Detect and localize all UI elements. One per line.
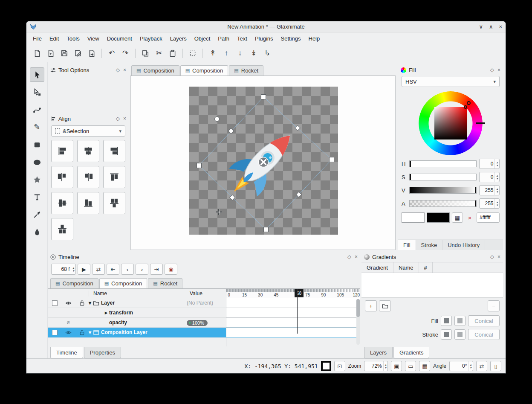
dock-tab-layers[interactable]: Layers [364, 347, 393, 358]
menu-layers[interactable]: Layers [166, 33, 191, 44]
fit-view-button[interactable]: ▣ [391, 361, 402, 371]
menu-text[interactable]: Text [233, 33, 251, 44]
fit-width-button[interactable]: ▭ [405, 361, 416, 371]
keyframe-track[interactable] [226, 298, 360, 308]
timeline-tab-rocket[interactable]: ▤Rocket [148, 278, 182, 288]
spin-up-icon[interactable]: ▴ [496, 187, 498, 190]
new-file-button[interactable] [31, 47, 43, 60]
column-name[interactable]: Name [393, 262, 419, 273]
add-gradient-button[interactable]: + [365, 300, 377, 311]
eye-off-icon[interactable]: ø [61, 320, 75, 326]
keyframe-track[interactable] [226, 308, 360, 318]
secondary-color-swatch[interactable] [427, 212, 450, 223]
menu-tools[interactable]: Tools [63, 33, 83, 44]
opacity-value-chip[interactable]: ●100% [187, 320, 208, 326]
gradient-list[interactable] [361, 273, 503, 298]
tab-undo-history[interactable]: Undo History [442, 240, 485, 250]
lower-to-bottom-button[interactable]: ↡ [247, 47, 260, 60]
close-panel-button[interactable]: × [497, 67, 500, 73]
record-button[interactable]: ◉ [165, 264, 177, 275]
tree-collapse-icon[interactable]: ▸ [105, 310, 107, 316]
export-button[interactable] [85, 47, 98, 60]
timeline-row-composition-layer[interactable]: ▾Composition Layer [48, 328, 226, 337]
align-outside-right-button[interactable] [77, 166, 99, 188]
next-frame-button[interactable]: › [136, 264, 148, 275]
select-frame-button[interactable] [186, 47, 199, 60]
spin-up-icon[interactable]: ▴ [496, 161, 498, 164]
close-panel-button[interactable]: × [123, 116, 126, 122]
spin-down-icon[interactable]: ▾ [496, 203, 498, 206]
angle-spinbox[interactable]: 0°▴▾ [449, 361, 473, 371]
align-outside-bottom-button[interactable] [51, 218, 73, 240]
scale-handle[interactable] [228, 128, 234, 134]
spin-up-icon[interactable]: ▴ [496, 174, 498, 177]
frame-select-button[interactable]: ⊡ [334, 361, 345, 371]
star-tool-button[interactable] [30, 172, 44, 187]
hue-slider[interactable] [409, 160, 477, 167]
menu-plugins[interactable]: Plugins [251, 33, 277, 44]
undo-button[interactable]: ↶ [105, 47, 118, 60]
maximize-button[interactable]: ∧ [489, 23, 493, 30]
current-color-swatch[interactable] [402, 212, 425, 223]
tab-composition-1[interactable]: ▤Composition [131, 65, 179, 76]
keyframe-track-area[interactable]: 0 15 30 45 68 75 90 105 120 [226, 289, 360, 346]
gradient-presets-button[interactable] [379, 300, 391, 311]
column-gradient[interactable]: Gradient [361, 262, 393, 273]
float-panel-button[interactable]: ◇ [490, 67, 494, 73]
spin-up-icon[interactable]: ▴ [470, 363, 471, 366]
selection-handle[interactable] [330, 157, 334, 162]
fill-tool-button[interactable] [30, 225, 44, 239]
close-panel-button[interactable]: × [497, 254, 500, 260]
alpha-spinbox[interactable]: 255▴▾ [479, 198, 500, 209]
spin-up-icon[interactable]: ▴ [496, 201, 498, 203]
save-button[interactable] [58, 47, 71, 60]
remove-gradient-button[interactable]: − [488, 300, 500, 311]
fill-gradient-swatch-2[interactable] [454, 316, 466, 326]
align-center-v-button[interactable] [51, 192, 73, 214]
flip-vertical-button[interactable]: ▯ [490, 361, 501, 371]
fill-gradient-type-button[interactable]: Conical [468, 315, 500, 326]
redo-button[interactable]: ↷ [119, 47, 132, 60]
stroke-gradient-type-button[interactable]: Conical [468, 329, 500, 340]
close-panel-button[interactable]: × [123, 67, 126, 73]
color-wheel[interactable] [419, 91, 483, 155]
menu-view[interactable]: View [84, 33, 103, 44]
tab-fill[interactable]: Fill [398, 240, 416, 250]
text-tool-button[interactable] [30, 190, 44, 204]
spin-up-icon[interactable]: ▴ [72, 266, 74, 269]
saturation-spinbox[interactable]: 0▴▾ [479, 172, 500, 182]
rectangle-tool-button[interactable] [30, 137, 44, 152]
edit-nodes-tool-button[interactable] [30, 85, 44, 99]
play-button[interactable]: ▶ [78, 264, 90, 275]
menu-help[interactable]: Help [305, 33, 324, 44]
tab-rocket[interactable]: ▤Rocket [229, 65, 263, 76]
draw-bezier-tool-button[interactable] [30, 102, 44, 117]
visibility-eye-icon[interactable] [65, 329, 72, 336]
color-space-select[interactable]: HSV ▾ [402, 76, 500, 87]
timeline-tab-composition-1[interactable]: ▤Composition [50, 278, 98, 288]
close-button[interactable]: × [499, 23, 502, 30]
saturation-value-square[interactable] [434, 107, 467, 140]
keyframe-track[interactable] [226, 318, 360, 328]
float-panel-button[interactable]: ◇ [347, 254, 351, 260]
align-right-button[interactable] [103, 140, 125, 162]
composition-canvas[interactable] [189, 87, 338, 235]
palette-button[interactable]: ▦ [452, 212, 463, 223]
first-frame-button[interactable]: ⇤ [107, 264, 119, 275]
timeline-row-layer[interactable]: ▾Layer (No Parent) [48, 298, 226, 308]
hue-marker[interactable] [467, 101, 471, 105]
menu-playback[interactable]: Playback [136, 33, 166, 44]
dock-tab-timeline[interactable]: Timeline [50, 347, 83, 358]
frame-spinbox[interactable]: 68 f▴▾ [51, 264, 76, 275]
ellipse-tool-button[interactable] [30, 155, 44, 169]
column-name-header[interactable]: Name [89, 291, 187, 296]
hex-color-input[interactable]: #ffffff [477, 212, 500, 223]
sv-marker[interactable] [464, 105, 467, 109]
lower-button[interactable]: ↓ [234, 47, 246, 60]
stroke-gradient-swatch-1[interactable] [441, 329, 452, 340]
visibility-eye-icon[interactable] [65, 300, 72, 306]
titlebar[interactable]: New Animation * — Glaxnimate ∨ ∧ × [26, 21, 506, 32]
save-as-button[interactable] [72, 47, 84, 60]
value-spinbox[interactable]: 255▴▾ [479, 185, 500, 195]
lock-icon[interactable] [79, 300, 85, 306]
